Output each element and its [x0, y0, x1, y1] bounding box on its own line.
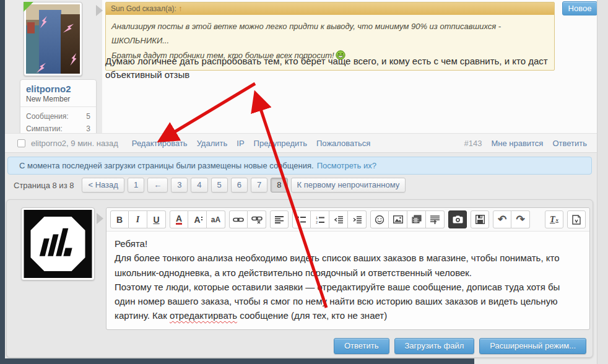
page-button-1[interactable]: 1 — [128, 178, 144, 193]
underline-button[interactable]: U — [147, 210, 166, 228]
submit-reply-button[interactable]: Ответить — [334, 338, 389, 354]
outdent-button[interactable] — [329, 210, 348, 228]
delete-link[interactable]: Удалить — [197, 139, 228, 148]
avatar-photo — [26, 4, 80, 74]
insert-link-button[interactable] — [229, 210, 248, 228]
stat-messages: Сообщения: 5 — [26, 110, 90, 123]
numbered-list-button[interactable]: 12 — [311, 210, 329, 228]
like-link[interactable]: Мне нравится — [491, 139, 543, 148]
page-ellipsis-button[interactable]: ← — [147, 178, 168, 193]
editor-pointer-icon — [97, 213, 103, 224]
editor-toolbar: B I U A A aA — [106, 208, 589, 232]
page-right-edge — [597, 0, 608, 364]
remove-formatting-button[interactable]: Tx — [545, 210, 563, 228]
text-color-button[interactable]: A — [170, 210, 188, 228]
page-button-6[interactable]: 6 — [231, 178, 248, 193]
post-footer: elitporno2, 9 мин. назад Редактировать У… — [5, 133, 597, 153]
ip-link[interactable]: IP — [237, 139, 244, 148]
font-size-button[interactable]: A — [188, 210, 207, 228]
page-button-3[interactable]: 3 — [171, 178, 188, 193]
page-button-4[interactable]: 4 — [191, 178, 207, 193]
indent-button[interactable] — [348, 210, 367, 228]
bullet-list-button[interactable] — [292, 210, 311, 228]
online-indicator-icon — [24, 2, 33, 12]
username-link[interactable]: elitporno2 — [26, 84, 90, 94]
post-body-text: Думаю логичнее дать распробовать тем, кт… — [105, 54, 589, 82]
quote-jump-arrow-icon[interactable]: ↑ — [178, 4, 182, 13]
page-button-7[interactable]: 7 — [251, 178, 267, 193]
view-new-posts-link[interactable]: Посмотреть их? — [317, 161, 376, 170]
undo-button[interactable]: ↶ — [493, 210, 511, 228]
screenshot-button[interactable] — [448, 210, 467, 228]
reply-actions: Ответить Загрузить файл Расширенный режи… — [334, 338, 586, 354]
smilies-button[interactable] — [370, 210, 389, 228]
message-pointer-icon — [96, 5, 103, 16]
forum-thread-page: elitporno2 New Member Сообщения: 5 Симпа… — [0, 0, 608, 364]
post-meta: elitporno2, 9 мин. назад — [31, 139, 118, 148]
new-posts-notice: С момента последней загрузки страницы бы… — [7, 157, 592, 175]
font-family-button[interactable]: aA — [207, 210, 225, 228]
pagination: Страница 8 из 8 < Назад 1 ← 3 4 5 6 7 8 … — [14, 178, 406, 193]
page-button-8-current[interactable]: 8 — [271, 178, 287, 193]
page-prev-button[interactable]: < Назад — [82, 178, 124, 193]
page-label: Страница 8 из 8 — [14, 181, 74, 190]
user-title: New Member — [26, 95, 90, 103]
upload-file-button[interactable]: Загрузить файл — [394, 338, 475, 354]
reply-link[interactable]: Ответить — [552, 139, 587, 148]
edit-link[interactable]: Редактировать — [132, 139, 188, 148]
new-posts-button[interactable]: Новое — [562, 1, 597, 15]
misspelled-word: отредактирвать — [170, 310, 237, 321]
warn-link[interactable]: Предупредить — [254, 139, 307, 148]
quote-header[interactable]: Sun God сказал(а): ↑ — [106, 2, 554, 15]
post-number-link[interactable]: #143 — [464, 139, 482, 148]
first-unread-button[interactable]: К первому непрочитанному — [291, 178, 406, 193]
quick-reply-panel: B I U A A aA — [6, 199, 593, 358]
page-bottom-edge — [0, 358, 474, 364]
svg-text:1: 1 — [316, 216, 318, 220]
advanced-mode-button[interactable]: Расширенный режим... — [479, 338, 586, 354]
reply-editor: B I U A A aA — [106, 207, 590, 330]
insert-quote-button[interactable] — [426, 210, 445, 228]
octagon-logo — [24, 210, 92, 278]
select-post-checkbox[interactable] — [17, 139, 25, 147]
svg-text:2: 2 — [316, 220, 318, 223]
insert-image-button[interactable] — [389, 210, 407, 228]
page-left-edge — [0, 0, 5, 364]
insert-media-button[interactable] — [407, 210, 426, 228]
current-user-avatar[interactable] — [21, 207, 95, 280]
page-button-5[interactable]: 5 — [211, 178, 228, 193]
unlink-button[interactable] — [248, 210, 266, 228]
bold-button[interactable]: B — [110, 210, 129, 228]
reply-text-input[interactable]: Ребята! Для более тонкого анализа необхо… — [106, 232, 589, 331]
alignment-button[interactable] — [270, 210, 289, 228]
italic-button[interactable]: I — [129, 210, 147, 228]
member-card: elitporno2 New Member Сообщения: 5 Симпа… — [20, 79, 97, 140]
post-author-avatar[interactable] — [24, 2, 82, 76]
bbcode-editor-button[interactable] — [567, 210, 586, 228]
save-draft-button[interactable] — [471, 210, 489, 228]
redo-button[interactable]: ↷ — [511, 210, 530, 228]
report-link[interactable]: Пожаловаться — [316, 139, 370, 148]
